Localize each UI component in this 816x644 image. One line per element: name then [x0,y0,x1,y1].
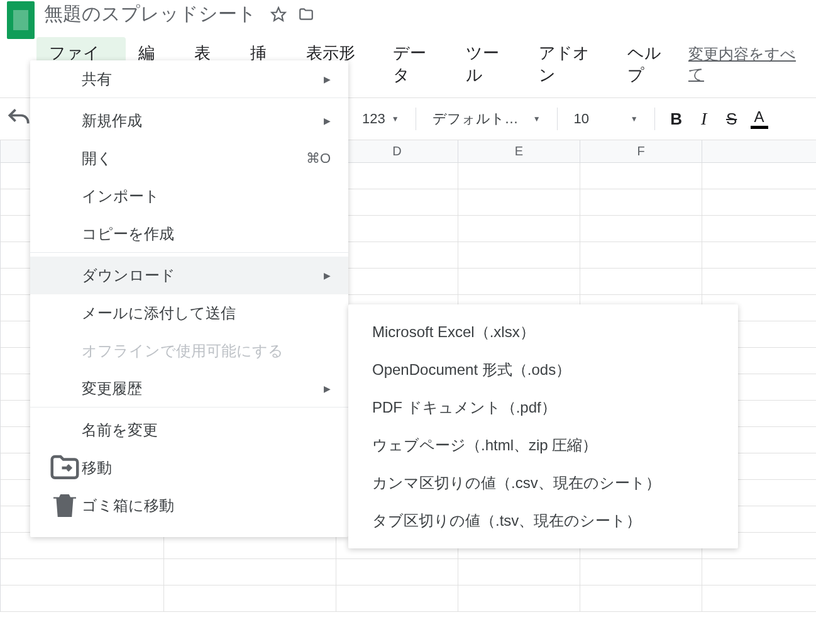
italic-button[interactable]: I [690,105,718,133]
cell[interactable] [336,189,458,216]
bold-button[interactable]: B [663,105,690,133]
submenu-arrow-icon: ▶ [324,116,331,126]
text-color-bar [751,126,768,129]
submenu-arrow-icon: ▶ [324,384,331,394]
menu-item-download[interactable]: ダウンロード ▶ [30,257,348,294]
download-submenu: Microsoft Excel（.xlsx） OpenDocument 形式（.… [348,304,738,548]
cell[interactable] [1,559,164,586]
cell[interactable] [458,216,580,242]
cell[interactable] [702,242,816,269]
revision-link[interactable]: 変更内容をすべて [688,44,811,84]
text-color-button[interactable]: A [746,105,773,133]
cell[interactable] [336,216,458,242]
column-header[interactable]: D [336,140,458,163]
svg-marker-0 [272,8,285,21]
cell[interactable] [164,559,336,586]
font-family-dropdown[interactable]: デフォルト…▼ [424,109,549,128]
cell[interactable] [458,242,580,269]
cell[interactable] [702,269,816,295]
cell[interactable] [580,216,702,242]
cell[interactable] [580,242,702,269]
cell[interactable] [580,163,702,189]
menu-addons[interactable]: アドオン [526,37,615,91]
table-row [1,559,816,586]
trash-icon [48,489,82,523]
font-size-dropdown[interactable]: 10▼ [565,111,647,127]
column-header[interactable] [702,140,816,163]
menu-item-move[interactable]: 移動 [30,449,348,487]
cell[interactable] [580,189,702,216]
cell[interactable] [702,216,816,242]
download-xlsx[interactable]: Microsoft Excel（.xlsx） [348,313,738,351]
table-row [1,586,816,612]
cell[interactable] [336,242,458,269]
submenu-arrow-icon: ▶ [324,270,331,280]
menu-item-offline: オフラインで使用可能にする [30,332,348,370]
cell[interactable] [458,559,580,586]
cell[interactable] [702,559,816,586]
menu-item-rename[interactable]: 名前を変更 [30,411,348,449]
cell[interactable] [458,586,580,612]
undo-button[interactable] [5,105,33,133]
menu-item-open[interactable]: 開く ⌘O [30,140,348,177]
download-ods[interactable]: OpenDocument 形式（.ods） [348,351,738,389]
cell[interactable] [336,559,458,586]
move-folder-icon [48,451,82,485]
submenu-arrow-icon: ▶ [324,74,331,84]
toolbar-separator [654,108,655,130]
cell[interactable] [336,586,458,612]
cell[interactable] [580,586,702,612]
star-icon[interactable] [270,6,287,23]
column-header[interactable]: F [580,140,702,163]
menu-data[interactable]: データ [380,37,453,91]
cell[interactable] [336,269,458,295]
download-tsv[interactable]: タブ区切りの値（.tsv、現在のシート） [348,502,738,540]
download-csv[interactable]: カンマ区切りの値（.csv、現在のシート） [348,464,738,502]
move-to-folder-icon[interactable] [298,6,314,23]
shortcut-label: ⌘O [306,150,331,167]
logo-column [5,0,36,39]
strikethrough-button[interactable]: S [718,105,746,133]
cell[interactable] [580,559,702,586]
cell[interactable] [336,163,458,189]
cell[interactable] [702,586,816,612]
cell[interactable] [458,189,580,216]
toolbar-separator [416,108,416,130]
cell[interactable] [1,586,164,612]
menu-help[interactable]: ヘルプ [615,37,688,91]
document-title[interactable]: 無題のスプレッドシート [41,0,259,28]
download-pdf[interactable]: PDF ドキュメント（.pdf） [348,389,738,426]
menu-item-version-history[interactable]: 変更履歴 ▶ [30,370,348,408]
menu-item-move-to-trash[interactable]: ゴミ箱に移動 [30,487,348,525]
menu-item-new[interactable]: 新規作成 ▶ [30,102,348,140]
cell[interactable] [702,189,816,216]
menu-item-email-attachment[interactable]: メールに添付して送信 [30,294,348,332]
sheets-logo-icon[interactable] [7,1,35,39]
menu-tools[interactable]: ツール [453,37,526,91]
toolbar-separator [557,108,558,130]
number-format-dropdown[interactable]: 123▼ [353,111,408,127]
column-header[interactable]: E [458,140,580,163]
download-html[interactable]: ウェブページ（.html、zip 圧縮） [348,426,738,464]
cell[interactable] [702,163,816,189]
menu-item-import[interactable]: インポート [30,177,348,215]
file-menu-dropdown: 共有 ▶ 新規作成 ▶ 開く ⌘O インポート コピーを作成 ダウンロード ▶ … [30,60,348,537]
cell[interactable] [458,163,580,189]
menu-item-make-copy[interactable]: コピーを作成 [30,215,348,253]
cell[interactable] [164,586,336,612]
cell[interactable] [580,269,702,295]
menu-item-share[interactable]: 共有 ▶ [30,60,348,98]
cell[interactable] [458,269,580,295]
